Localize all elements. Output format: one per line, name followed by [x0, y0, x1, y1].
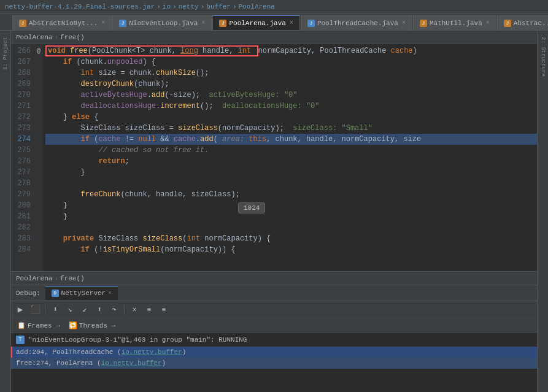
close-icon-nioeventloop[interactable]: × [201, 20, 205, 26]
stack-frame-0-text: add:204, PoolThreadCache (io.netty.buffe… [16, 348, 186, 356]
stack-frame-0[interactable]: add:204, PoolThreadCache (io.netty.buffe… [11, 347, 537, 358]
close-icon-abstractnio[interactable]: × [101, 20, 105, 26]
tab-label-poolarena: PoolArena.java [229, 20, 285, 27]
tab-abstractnio[interactable]: J AbstractNioByt... × [12, 15, 112, 30]
debug-memory-btn[interactable]: ≡ [157, 303, 171, 317]
threads-icon: 🔁 [69, 321, 77, 329]
debug-sep-2 [124, 305, 125, 315]
debug-tab-close[interactable]: × [108, 290, 111, 296]
code-line-283: private SizeClass sizeClass(int normCapa… [45, 233, 537, 244]
code-line-280: } [45, 200, 537, 211]
code-line-271: deallocationsHuge.increment(); deallocat… [45, 101, 537, 112]
code-line-276: return; [45, 156, 537, 167]
ln-283: 283 [11, 233, 31, 244]
debug-sep-1 [45, 305, 45, 315]
tab-label-poolthreadcache: PoolThreadCache.java [317, 20, 398, 27]
debug-tab-label: NettyServer [61, 290, 106, 297]
code-line-279: freeChunk(chunk, handle, sizeClass); [45, 189, 537, 200]
close-icon-poolarena[interactable]: × [290, 20, 293, 26]
debug-toolbar: ▶ ⬛ ⬇ ↘ ↙ ⬆ ↷ ✕ ≡ ≡ [11, 301, 537, 318]
ln-270: 270 [11, 90, 31, 101]
main-layout: 1: Project PoolArena › free() 266 267 26… [0, 31, 548, 392]
tab-label-abstractnio: AbstractNioByt... [29, 20, 98, 27]
debug-forceinto-btn[interactable]: ↙ [78, 303, 91, 317]
code-line-270: activeBytesHuge.add(-size); activeBytesH… [45, 90, 537, 101]
tab-abstract2[interactable]: J Abstrac... × [497, 15, 548, 30]
ln-280: 280 [11, 200, 31, 211]
breadcrumb-method: free() [60, 34, 85, 41]
editor-area: PoolArena › free() 266 267 268 269 270 2… [11, 31, 537, 392]
frames-label: Frames → [28, 322, 60, 329]
ln-267: 267 [11, 56, 31, 67]
right-sidebar: 2: Structure [537, 31, 548, 392]
ln-276: 276 [11, 156, 31, 167]
thread-item-0: T "nioEventLoopGroup-3-1"@1,463 in group… [11, 333, 537, 347]
tab-poolarena[interactable]: J PoolArena.java × [212, 15, 299, 30]
code-line-268: int size = chunk.chunkSize(); [45, 67, 537, 79]
ln-277: 277 [11, 167, 31, 178]
frames-icon: 📋 [17, 321, 26, 329]
debug-content: T "nioEventLoopGroup-3-1"@1,463 in group… [11, 333, 537, 392]
frames-btn[interactable]: 📋 Frames → [14, 320, 64, 331]
debug-stepover-btn[interactable]: ⬇ [48, 303, 62, 317]
debug-tab-bar: Debug: D NettyServer × [11, 285, 537, 301]
title-path-netty: netty [179, 3, 199, 10]
ln-279: 279 [11, 189, 31, 200]
project-sidebar-label: 1: Project [2, 37, 9, 70]
debug-resume-btn[interactable]: ▶ [14, 303, 27, 317]
title-path-class: PoolArena [239, 3, 275, 10]
close-icon-poolthreadcache[interactable]: × [402, 20, 406, 26]
debug-watches-btn[interactable]: ≡ [142, 303, 156, 317]
ln-284: 284 [11, 244, 31, 255]
tab-label-mathutil: MathUtil.java [430, 20, 482, 27]
close-icon-mathutil[interactable]: × [486, 20, 490, 26]
ln-271: 271 [11, 101, 31, 112]
ln-282: 282 [11, 222, 31, 233]
breadcrumb: PoolArena › free() [11, 31, 537, 44]
code-line-282 [45, 222, 537, 233]
tooltip-1024: 1024 [238, 202, 265, 213]
tab-icon-poolthreadcache: J [307, 20, 315, 27]
debug-tab-nettyserver[interactable]: D NettyServer × [45, 286, 118, 300]
code-line-275: // cached so not free it. [45, 145, 537, 156]
ln-281: 281 [11, 211, 31, 222]
structure-sidebar-label: 2: Structure [540, 37, 546, 77]
frames-threads-bar: 📋 Frames → 🔁 Threads → [11, 318, 537, 333]
debug-stepout-btn[interactable]: ⬆ [93, 303, 106, 317]
tab-icon-mathutil: J [420, 20, 427, 27]
ln-272: 272 [11, 112, 31, 123]
code-line-278 [45, 178, 537, 189]
tab-bar: J AbstractNioByt... × J NioEventLoop.jav… [0, 13, 548, 31]
status-breadcrumb-method: free() [60, 275, 85, 282]
editor-status: PoolArena › free() [11, 271, 537, 285]
ln-266: 266 [11, 45, 31, 56]
threads-label: Threads → [79, 322, 115, 329]
tab-poolthreadcache[interactable]: J PoolThreadCache.java × [301, 15, 412, 30]
ln-278: 278 [11, 178, 31, 189]
debug-stop-btn[interactable]: ⬛ [28, 303, 42, 317]
tab-icon-abstract2: J [504, 20, 511, 27]
tab-icon-abstractnio: J [19, 20, 26, 27]
tab-nioeventloop[interactable]: J NioEventLoop.java × [112, 15, 212, 30]
title-path-io: io [163, 3, 171, 10]
tab-icon-nioeventloop: J [119, 20, 126, 27]
stack-frame-1-text: free:274, PoolArena (io.netty.buffer) [16, 359, 166, 367]
title-bar: netty-buffer-4.1.29.Final-sources.jar › … [0, 0, 548, 13]
threads-btn[interactable]: 🔁 Threads → [65, 320, 119, 331]
code-line-274: if (cache != null && cache.add( area: th… [45, 134, 537, 145]
debug-tab-icon: D [52, 290, 59, 297]
tab-label-nioeventloop: NioEventLoop.java [129, 20, 198, 27]
debug-evalexpr-btn[interactable]: ✕ [128, 303, 141, 317]
tab-mathutil[interactable]: J MathUtil.java × [413, 15, 496, 30]
code-area: 266 267 268 269 270 271 272 273 274 275 … [11, 44, 537, 271]
stack-frame-1[interactable]: free:274, PoolArena (io.netty.buffer) [11, 358, 537, 369]
gutter: @ [34, 44, 43, 271]
code-line-266: void free(PoolChunk<T> chunk, long handl… [45, 45, 537, 56]
code-line-267: if (chunk.unpooled) { [45, 56, 537, 67]
code-lines: void free(PoolChunk<T> chunk, long handl… [43, 44, 537, 271]
debug-stepinto-btn[interactable]: ↘ [63, 303, 77, 317]
debug-runtocursor-btn[interactable]: ↷ [107, 303, 121, 317]
code-line-281: } [45, 211, 537, 222]
ln-275: 275 [11, 145, 31, 156]
code-line-273: SizeClass sizeClass = sizeClass(normCapa… [45, 123, 537, 134]
